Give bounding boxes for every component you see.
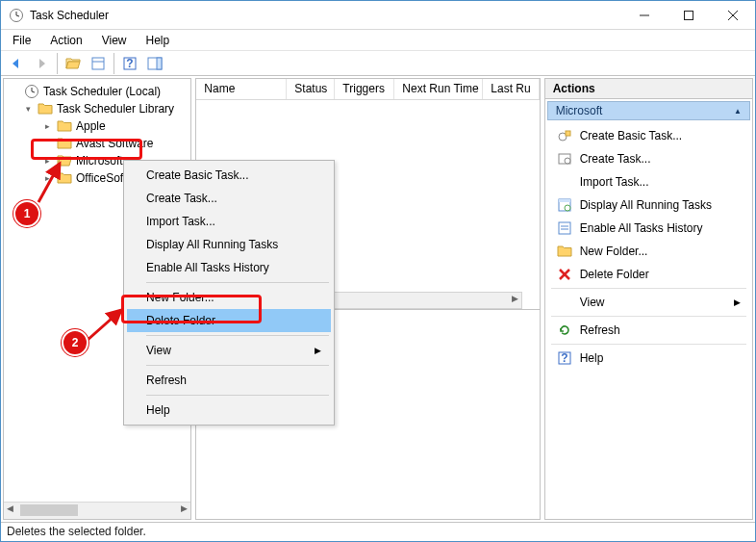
tree-label: Apple: [76, 119, 106, 133]
col-triggers[interactable]: Triggers: [335, 79, 394, 99]
folder-icon: [38, 101, 53, 116]
toggle-panel-button[interactable]: [143, 53, 166, 74]
col-nextrun[interactable]: Next Run Time: [394, 79, 483, 99]
ctx-help[interactable]: Help: [127, 399, 331, 422]
app-window: Task Scheduler File Action View Help: [0, 0, 756, 542]
action-refresh[interactable]: Refresh: [547, 319, 750, 342]
history-icon: [557, 220, 572, 236]
tree-label: OfficeSoft: [76, 171, 126, 185]
properties-button[interactable]: [87, 53, 110, 74]
actions-pane-title: Actions: [545, 79, 752, 99]
annotation-arrow-1: [35, 158, 67, 206]
status-text: Deletes the selected folder.: [7, 525, 146, 538]
ctx-new-folder[interactable]: New Folder...: [127, 286, 331, 309]
tree-library[interactable]: ▾ Task Scheduler Library: [6, 100, 189, 117]
action-create-task[interactable]: Create Task...: [547, 147, 750, 170]
status-bar: Deletes the selected folder.: [1, 522, 755, 541]
basic-task-icon: [557, 128, 572, 143]
toolbar: [1, 51, 755, 76]
svg-line-25: [38, 164, 60, 202]
blank-icon: [557, 295, 572, 310]
ctx-create-task[interactable]: Create Task...: [127, 187, 331, 210]
forward-button[interactable]: [30, 53, 53, 74]
blank-icon: [557, 174, 572, 190]
titlebar: Task Scheduler: [1, 1, 755, 30]
col-lastrun[interactable]: Last Ru: [483, 79, 539, 99]
folder-icon: [57, 136, 72, 151]
back-button[interactable]: [5, 53, 28, 74]
ctx-refresh[interactable]: Refresh: [127, 369, 331, 392]
action-help[interactable]: Help: [547, 347, 750, 370]
minimize-button[interactable]: [622, 1, 667, 30]
list-header: Name Status Triggers Next Run Time Last …: [196, 79, 539, 100]
refresh-icon: [557, 323, 572, 338]
svg-rect-22: [685, 11, 693, 19]
annotation-badge-1: 1: [13, 200, 40, 227]
action-new-folder[interactable]: New Folder...: [547, 240, 750, 263]
menu-action[interactable]: Action: [42, 32, 89, 49]
menubar: File Action View Help: [1, 30, 755, 51]
actions-section-header[interactable]: Microsoft: [547, 101, 750, 120]
action-view[interactable]: View: [547, 291, 750, 314]
tree-item-apple[interactable]: ▸ Apple: [6, 117, 189, 135]
tree-label: Task Scheduler Library: [57, 102, 174, 116]
ctx-import-task[interactable]: Import Task...: [127, 210, 331, 233]
annotation-badge-2: 2: [62, 329, 88, 356]
col-name[interactable]: Name: [196, 79, 287, 99]
tree-label: Task Scheduler (Local): [43, 85, 161, 98]
actions-pane: Actions Microsoft Create Basic Task... C…: [544, 78, 753, 520]
annotation-arrow-2: [85, 306, 127, 345]
x-icon: [557, 267, 572, 282]
up-button[interactable]: [62, 53, 85, 74]
menu-view[interactable]: View: [94, 32, 135, 49]
running-tasks-icon: [557, 197, 572, 213]
action-display-running[interactable]: Display All Running Tasks: [547, 194, 750, 217]
action-import-task[interactable]: Import Task...: [547, 170, 750, 194]
ctx-delete-folder[interactable]: Delete Folder: [127, 309, 331, 332]
app-icon: [9, 8, 24, 23]
close-button[interactable]: [711, 1, 755, 30]
help-icon: [557, 350, 572, 366]
menu-file[interactable]: File: [5, 32, 38, 49]
col-status[interactable]: Status: [287, 79, 335, 99]
context-menu: Create Basic Task... Create Task... Impo…: [123, 160, 335, 426]
action-enable-history[interactable]: Enable All Tasks History: [547, 217, 750, 240]
ctx-enable-history[interactable]: Enable All Tasks History: [127, 256, 331, 279]
action-delete-folder[interactable]: Delete Folder: [547, 263, 750, 286]
tree-root[interactable]: Task Scheduler (Local): [6, 83, 189, 100]
action-create-basic[interactable]: Create Basic Task...: [547, 124, 750, 147]
maximize-button[interactable]: [667, 1, 711, 30]
help-button[interactable]: [118, 53, 141, 74]
clock-icon: [24, 84, 39, 99]
tree-label: Avast Software: [76, 137, 153, 150]
ctx-view[interactable]: View: [127, 339, 331, 362]
task-icon: [557, 151, 572, 167]
horizontal-scrollbar[interactable]: [4, 502, 190, 519]
ctx-create-basic[interactable]: Create Basic Task...: [127, 164, 331, 187]
menu-help[interactable]: Help: [139, 32, 178, 49]
tree-label: Microsoft: [76, 154, 123, 168]
svg-line-26: [87, 310, 121, 341]
folder-icon: [557, 244, 572, 259]
window-title: Task Scheduler: [30, 9, 109, 22]
tree-item-avast[interactable]: Avast Software: [6, 135, 189, 152]
folder-icon: [57, 118, 72, 134]
ctx-display-running[interactable]: Display All Running Tasks: [127, 233, 331, 256]
